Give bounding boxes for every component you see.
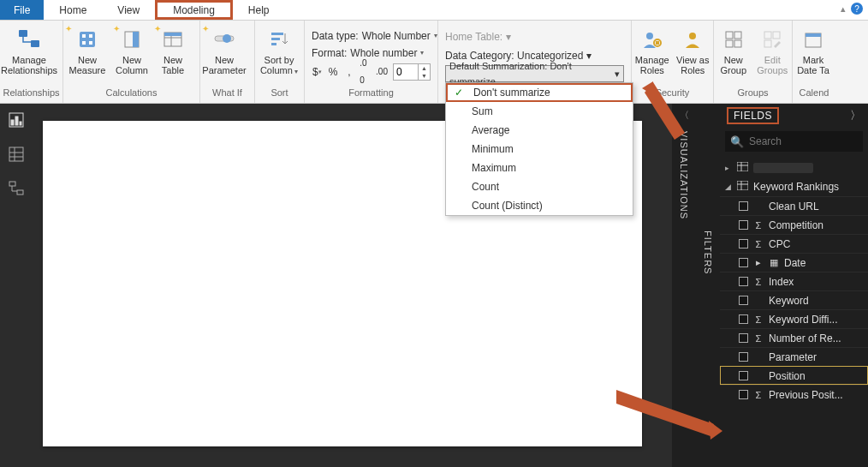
table-node[interactable]: ▸	[720, 159, 868, 177]
fields-panel-title: FIELDS	[727, 107, 779, 124]
group-formatting-label: Formatting	[305, 87, 437, 103]
group-calculations-label: Calculations	[63, 87, 199, 103]
field-checkbox[interactable]	[739, 239, 748, 248]
visualizations-panel-collapsed[interactable]: 〈 VISUALIZATIONS	[672, 104, 696, 467]
new-column-button[interactable]: ✦ New Column	[111, 24, 152, 75]
field-item[interactable]: Clean URL	[720, 196, 868, 215]
model-view-icon[interactable]	[9, 181, 24, 196]
manage-roles-button[interactable]: Manage Roles	[632, 24, 673, 75]
tab-view[interactable]: View	[102, 0, 155, 20]
tab-modeling[interactable]: Modeling	[155, 0, 233, 20]
datatype-dropdown[interactable]: Data type: Whole Number ▾	[312, 27, 431, 45]
svg-rect-22	[726, 32, 733, 39]
svg-rect-6	[89, 41, 92, 45]
new-parameter-button[interactable]: ✦ New Parameter	[200, 24, 248, 75]
report-view-icon[interactable]	[9, 112, 24, 128]
fields-search[interactable]: 🔍	[725, 131, 863, 152]
filters-panel-collapsed[interactable]: FILTERS	[696, 225, 720, 274]
menu-bar: File Home View Modeling Help ▴ ?	[0, 0, 868, 21]
help-icon[interactable]: ?	[851, 3, 863, 15]
edit-groups-button[interactable]: Edit Groups	[753, 24, 793, 75]
svg-rect-3	[82, 34, 86, 38]
field-item[interactable]: Parameter	[720, 347, 868, 366]
svg-rect-44	[737, 181, 748, 190]
new-table-button[interactable]: ✦ New Table	[152, 24, 193, 75]
svg-rect-4	[89, 34, 92, 38]
field-checkbox[interactable]	[739, 220, 748, 230]
svg-rect-33	[15, 117, 18, 125]
summarization-option[interactable]: Count (Distinct)	[446, 196, 633, 215]
field-item[interactable]: Position	[720, 366, 868, 385]
field-item[interactable]: ΣPrevious Posit...	[720, 385, 868, 404]
field-item[interactable]: ΣKeyword Diffi...	[720, 309, 868, 328]
format-dropdown[interactable]: Format: Whole number ▾	[312, 45, 431, 62]
fields-panel: FIELDS 〉 🔍 ▸◢Keyword RankingsClean URLΣC…	[720, 104, 868, 467]
group-security-label: Security	[632, 87, 713, 103]
summarization-option[interactable]: Sum	[446, 102, 633, 121]
group-relationships-label: Relationships	[0, 87, 62, 103]
data-view-icon[interactable]	[9, 147, 24, 162]
comma-format-button[interactable]: ,	[344, 64, 355, 80]
ribbon: Manage Relationships Relationships ✦ New…	[0, 21, 868, 104]
sort-by-column-button[interactable]: Sort by Column ▾	[255, 24, 303, 77]
decimals-up[interactable]: ▲	[419, 64, 430, 72]
field-checkbox[interactable]	[739, 277, 748, 286]
tab-home[interactable]: Home	[44, 0, 102, 20]
default-summarization-dropdown[interactable]: Default Summarization: Don't summarize ▾	[445, 65, 624, 82]
svg-rect-26	[764, 32, 771, 39]
field-checkbox[interactable]	[739, 258, 748, 267]
manage-relationships-button[interactable]: Manage Relationships	[0, 24, 58, 75]
field-checkbox[interactable]	[739, 371, 748, 380]
table-node[interactable]: ◢Keyword Rankings	[720, 177, 868, 196]
field-item[interactable]: ΣCompetition	[720, 215, 868, 234]
field-item[interactable]: ΣIndex	[720, 272, 868, 290]
decimals-stepper[interactable]: ▲▼	[393, 63, 431, 81]
field-checkbox[interactable]	[739, 296, 748, 305]
percent-format-button[interactable]: %	[328, 64, 339, 80]
currency-format-button[interactable]: $▾	[312, 64, 323, 80]
summarization-option[interactable]: Minimum	[446, 140, 633, 159]
group-groups-label: Groups	[714, 87, 792, 103]
chevron-left-icon[interactable]: 〈	[672, 104, 696, 126]
mark-date-table-button[interactable]: Mark Date Ta	[793, 24, 834, 75]
decimals-down[interactable]: ▼	[419, 72, 430, 80]
field-checkbox[interactable]	[739, 333, 748, 343]
home-table-dropdown[interactable]: Home Table: ▾	[445, 27, 624, 46]
summarization-option[interactable]: ✓Don't summarize	[446, 83, 633, 102]
field-checkbox[interactable]	[739, 201, 748, 211]
new-measure-button[interactable]: ✦ New Measure	[63, 24, 111, 75]
svg-rect-16	[271, 38, 280, 40]
summarization-option[interactable]: Maximum	[446, 159, 633, 177]
svg-rect-5	[82, 41, 86, 45]
field-item[interactable]: Keyword	[720, 290, 868, 309]
new-group-button[interactable]: New Group	[714, 24, 753, 75]
tab-help[interactable]: Help	[233, 0, 285, 20]
view-as-roles-button[interactable]: View as Roles	[673, 24, 714, 75]
group-calendars-label: Calend	[793, 87, 835, 103]
increase-decimals-button[interactable]: .00	[376, 64, 388, 80]
svg-rect-28	[764, 40, 771, 47]
field-checkbox[interactable]	[739, 314, 748, 324]
field-checkbox[interactable]	[739, 352, 748, 362]
svg-rect-1	[31, 40, 39, 47]
decimals-input[interactable]	[394, 66, 418, 78]
collapse-ribbon-icon[interactable]: ▴	[841, 3, 846, 15]
summarization-option[interactable]: Count	[446, 177, 633, 196]
svg-rect-32	[11, 120, 14, 125]
chevron-right-icon[interactable]: 〉	[850, 108, 861, 123]
field-checkbox[interactable]	[739, 390, 748, 399]
field-item[interactable]: ▸▦Date	[720, 253, 868, 272]
svg-rect-0	[19, 30, 27, 37]
decrease-decimals-button[interactable]: .0 0	[360, 64, 371, 80]
svg-rect-15	[271, 33, 283, 35]
group-sort-label: Sort	[255, 87, 304, 103]
file-menu[interactable]: File	[0, 0, 44, 20]
fields-search-input[interactable]	[749, 135, 868, 147]
summarization-option[interactable]: Average	[446, 121, 633, 140]
field-item[interactable]: ΣCPC	[720, 234, 868, 253]
svg-rect-39	[9, 182, 15, 186]
field-item[interactable]: ΣNumber of Re...	[720, 328, 868, 347]
svg-point-21	[689, 33, 696, 39]
view-switcher	[0, 104, 33, 467]
svg-rect-23	[734, 32, 741, 39]
